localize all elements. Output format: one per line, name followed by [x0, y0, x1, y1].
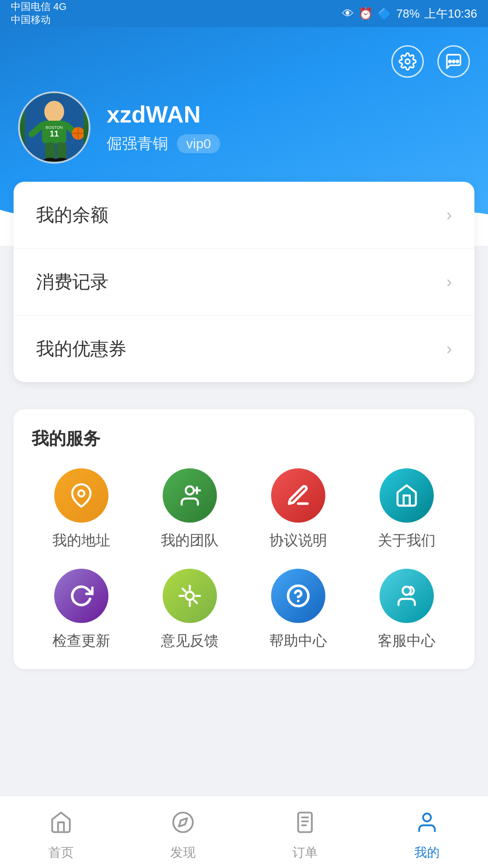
- svg-point-31: [403, 587, 411, 595]
- protocol-icon: [271, 468, 325, 523]
- update-label: 检查更新: [52, 631, 110, 651]
- address-label: 我的地址: [52, 531, 110, 551]
- nav-discover[interactable]: 发现: [122, 803, 244, 861]
- feedback-icon: [163, 569, 217, 623]
- svg-point-1: [449, 61, 451, 63]
- balance-menu-item[interactable]: 我的余额 ›: [14, 182, 474, 249]
- service-team[interactable]: 我的团队: [140, 468, 239, 551]
- nav-orders-label: 订单: [292, 844, 318, 861]
- eye-icon: 👁: [342, 7, 354, 21]
- svg-point-19: [186, 486, 194, 495]
- svg-point-5: [44, 101, 64, 123]
- team-label: 我的团队: [161, 531, 219, 551]
- balance-chevron: ›: [446, 206, 452, 225]
- customer-label: 客服中心: [378, 631, 436, 651]
- home-icon: [49, 811, 73, 840]
- service-about[interactable]: 关于我们: [357, 468, 456, 551]
- rank-label: 倔强青铜: [107, 133, 168, 154]
- svg-line-24: [183, 589, 185, 591]
- svg-line-25: [194, 600, 197, 603]
- svg-point-32: [173, 812, 192, 832]
- battery-label: 78%: [396, 7, 420, 21]
- service-address[interactable]: 我的地址: [32, 468, 131, 551]
- consumption-menu-item[interactable]: 消费记录 ›: [14, 249, 474, 316]
- service-protocol[interactable]: 协议说明: [249, 468, 348, 551]
- service-update[interactable]: 检查更新: [32, 569, 131, 651]
- status-bar: 中国电信 4G 中国移动 👁 ⏰ 🔷 78% 上午10:36: [0, 0, 488, 27]
- bluetooth-icon: 🔷: [377, 7, 392, 21]
- time-label: 上午10:36: [424, 6, 477, 22]
- coupon-menu-item[interactable]: 我的优惠券 ›: [14, 316, 474, 382]
- team-icon: [163, 468, 217, 523]
- services-grid: 我的地址 我的团队 协议说明: [32, 468, 456, 651]
- username: xzdWAN: [107, 101, 220, 128]
- services-title: 我的服务: [32, 427, 456, 450]
- svg-point-2: [453, 61, 455, 63]
- address-icon: [54, 468, 108, 523]
- avatar[interactable]: 11 BOSTON: [18, 91, 90, 164]
- svg-rect-34: [298, 812, 312, 832]
- profile-info: xzdWAN 倔强青铜 vip0: [107, 101, 220, 154]
- customer-icon: [380, 569, 434, 623]
- carrier-info: 中国电信 4G 中国移动: [11, 0, 66, 26]
- profile-subtitle: 倔强青铜 vip0: [107, 133, 220, 154]
- protocol-label: 协议说明: [269, 531, 327, 551]
- profile-row: 11 BOSTON: [18, 91, 470, 164]
- discover-icon: [171, 811, 195, 840]
- bottom-nav: 首页 发现 订单 我的: [0, 796, 488, 868]
- svg-marker-33: [179, 818, 187, 826]
- consumption-chevron: ›: [446, 273, 452, 292]
- svg-point-0: [405, 59, 410, 64]
- service-customer[interactable]: 客服中心: [357, 569, 456, 651]
- update-icon: [54, 569, 108, 623]
- svg-point-38: [423, 813, 431, 821]
- svg-text:11: 11: [50, 129, 59, 138]
- alarm-icon: ⏰: [358, 7, 373, 21]
- service-help[interactable]: 帮助中心: [249, 569, 348, 651]
- nav-mine-label: 我的: [414, 844, 440, 861]
- header-actions: [18, 45, 470, 78]
- feedback-label: 意见反馈: [161, 631, 219, 651]
- nav-orders[interactable]: 订单: [244, 803, 366, 861]
- nav-home[interactable]: 首页: [0, 803, 122, 861]
- help-icon: [271, 569, 325, 623]
- about-label: 关于我们: [378, 531, 436, 551]
- svg-point-26: [186, 592, 194, 600]
- coupon-chevron: ›: [446, 340, 452, 359]
- service-feedback[interactable]: 意见反馈: [140, 569, 239, 651]
- svg-point-18: [78, 491, 84, 497]
- orders-icon: [293, 811, 317, 840]
- nav-home-label: 首页: [48, 844, 74, 861]
- svg-point-3: [456, 61, 459, 63]
- svg-text:BOSTON: BOSTON: [46, 125, 63, 130]
- chat-button[interactable]: [437, 45, 470, 78]
- menu-card: 我的余额 › 消费记录 › 我的优惠券 ›: [14, 182, 474, 382]
- settings-button[interactable]: [391, 45, 424, 78]
- services-section: 我的服务 我的地址 我的团队: [14, 409, 474, 669]
- mine-icon: [415, 811, 439, 840]
- help-label: 帮助中心: [269, 631, 327, 651]
- coupon-label: 我的优惠券: [36, 336, 127, 361]
- status-right: 👁 ⏰ 🔷 78% 上午10:36: [342, 6, 477, 22]
- balance-label: 我的余额: [36, 203, 108, 227]
- vip-badge: vip0: [177, 134, 220, 153]
- consumption-label: 消费记录: [36, 269, 108, 294]
- nav-mine[interactable]: 我的: [366, 803, 488, 861]
- nav-discover-label: 发现: [170, 844, 196, 861]
- about-icon: [380, 468, 434, 523]
